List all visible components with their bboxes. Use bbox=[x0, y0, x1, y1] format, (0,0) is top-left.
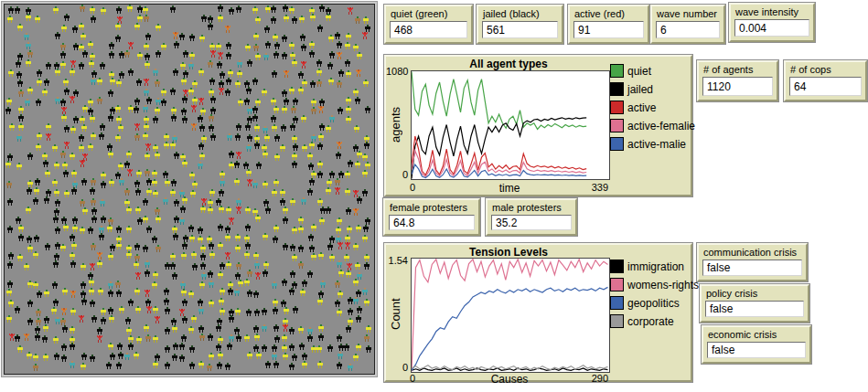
legend-item-active-malie: active-malie bbox=[610, 137, 695, 151]
world-canvas bbox=[5, 5, 372, 372]
y-axis-min-label: 0 bbox=[393, 362, 408, 373]
legend-label: active-femalie bbox=[627, 120, 695, 132]
legend-swatch bbox=[610, 314, 624, 328]
agents-chart-lines bbox=[412, 71, 609, 179]
monitor-label: wave intensity bbox=[735, 6, 813, 17]
monitor-value: 561 bbox=[482, 21, 558, 38]
monitor-value: 1120 bbox=[702, 77, 773, 96]
legend-item-quiet: quiet bbox=[610, 64, 695, 78]
monitor-label: male protesters bbox=[492, 202, 575, 213]
legend-label: geopolitics bbox=[627, 297, 680, 310]
plot-tension-levels: Tension Levels 1.54 Count 0 0 Causes 290… bbox=[384, 243, 692, 382]
series-line-active bbox=[412, 136, 586, 175]
y-axis-min-label: 0 bbox=[393, 169, 408, 180]
series-line-womens-rights bbox=[412, 260, 608, 372]
legend-swatch bbox=[610, 278, 624, 291]
x-axis-max-label: 290 bbox=[563, 373, 608, 384]
plot-title: Tension Levels bbox=[409, 246, 608, 259]
legend-label: womens-rights bbox=[627, 279, 699, 291]
monitor-economic-crisis: economic crisis false bbox=[702, 325, 811, 364]
plot-legend: quietjailedactiveactive-femalieactive-ma… bbox=[610, 64, 695, 155]
world-view bbox=[2, 2, 377, 376]
series-line-quiet bbox=[412, 72, 586, 130]
monitor-value: 64.8 bbox=[389, 215, 475, 230]
monitor-label: active (red) bbox=[574, 8, 648, 19]
legend-item-jailed: jailed bbox=[610, 82, 695, 96]
monitor-policy-crisis: policy crisis false bbox=[700, 284, 809, 323]
legend-swatch bbox=[610, 260, 624, 273]
monitor-label: quiet (green) bbox=[391, 8, 471, 19]
monitor-value: false bbox=[707, 342, 806, 358]
legend-item-active: active bbox=[610, 101, 695, 114]
monitor-male-protesters: male protesters 35.2 bbox=[486, 198, 577, 236]
monitor-communication-crisis: communication crisis false bbox=[697, 243, 808, 281]
monitor-female-protesters: female protesters 64.8 bbox=[383, 198, 480, 236]
legend-label: corporate bbox=[627, 315, 674, 328]
monitor-num-cops: # of cops 64 bbox=[784, 60, 867, 101]
monitor-value: false bbox=[705, 301, 804, 317]
legend-label: active-malie bbox=[627, 138, 686, 151]
legend-label: jailed bbox=[627, 83, 653, 96]
monitor-value: 64 bbox=[789, 77, 862, 96]
legend-item-active-femalie: active-femalie bbox=[610, 119, 695, 132]
tension-chart-lines bbox=[412, 259, 609, 372]
y-axis-title: agents bbox=[389, 70, 402, 178]
monitor-wave-intensity: wave intensity 0.004 bbox=[729, 3, 815, 42]
monitor-label: # of agents bbox=[703, 64, 777, 75]
series-line-geopolitics bbox=[412, 287, 608, 370]
legend-label: immigration bbox=[627, 260, 684, 273]
legend-item-geopolitics: geopolitics bbox=[610, 296, 699, 310]
plot-title: All agent types bbox=[409, 58, 608, 70]
y-axis-title: Count bbox=[389, 258, 402, 371]
plot-legend: immigrationwomens-rightsgeopoliticscorpo… bbox=[610, 260, 699, 333]
x-axis-max-label: 339 bbox=[563, 182, 608, 193]
legend-item-corporate: corporate bbox=[610, 314, 699, 328]
monitor-value: 6 bbox=[656, 21, 720, 38]
monitor-label: female protesters bbox=[390, 202, 478, 213]
monitor-label: wave number bbox=[657, 8, 723, 19]
monitor-label: # of cops bbox=[790, 64, 865, 75]
plot-all-agent-types: All agent types 1080 agents 0 0 time 339… bbox=[384, 55, 692, 196]
monitor-jailed-black: jailed (black) 561 bbox=[477, 5, 563, 44]
monitor-label: jailed (black) bbox=[483, 8, 562, 19]
legend-swatch bbox=[610, 82, 624, 96]
monitor-label: communication crisis bbox=[703, 247, 806, 258]
netlogo-interface: quiet (green) 468 jailed (black) 561 act… bbox=[0, 0, 868, 392]
plot-canvas bbox=[411, 70, 610, 180]
monitor-num-agents: # of agents 1120 bbox=[697, 60, 778, 101]
monitor-label: economic crisis bbox=[708, 329, 809, 340]
monitor-value: 35.2 bbox=[491, 215, 572, 230]
legend-item-immigration: immigration bbox=[610, 260, 699, 273]
legend-swatch bbox=[610, 137, 624, 151]
legend-swatch bbox=[610, 296, 624, 310]
monitor-value: 468 bbox=[390, 21, 467, 38]
legend-swatch bbox=[610, 101, 624, 114]
monitor-active-red: active (red) 91 bbox=[568, 5, 649, 44]
monitor-value: 0.004 bbox=[734, 19, 809, 37]
plot-canvas bbox=[411, 258, 610, 373]
monitor-wave-number: wave number 6 bbox=[650, 5, 725, 44]
monitor-quiet-green: quiet (green) 468 bbox=[384, 5, 473, 44]
legend-swatch bbox=[610, 64, 624, 78]
legend-label: quiet bbox=[627, 65, 651, 78]
monitor-value: 91 bbox=[573, 21, 644, 38]
legend-swatch bbox=[610, 119, 624, 132]
legend-label: active bbox=[627, 101, 656, 114]
monitor-label: policy crisis bbox=[706, 288, 808, 299]
legend-item-womens-rights: womens-rights bbox=[610, 278, 699, 291]
monitor-value: false bbox=[702, 260, 802, 276]
